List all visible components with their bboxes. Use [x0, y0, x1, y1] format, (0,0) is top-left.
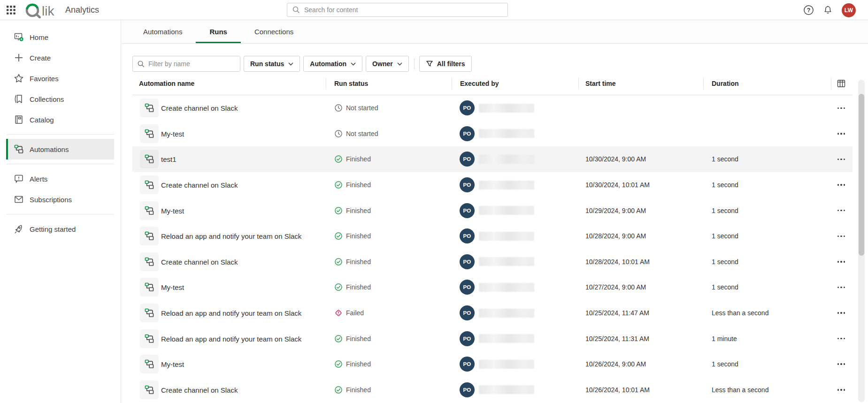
clock-icon	[334, 129, 343, 138]
redacted-username	[479, 309, 534, 318]
table-row[interactable]: My-test Finished PO	[132, 351, 853, 377]
top-bar: lik Analytics ? LW	[0, 0, 868, 20]
owner-dropdown[interactable]: Owner	[366, 56, 409, 72]
automation-flow-icon	[140, 150, 159, 168]
automation-name: Reload an app and notify your team on Sl…	[161, 232, 301, 240]
table-row[interactable]: Create channel on Slack Finished	[132, 377, 853, 403]
avatar: PO	[460, 382, 475, 397]
redacted-username	[479, 104, 534, 113]
user-avatar[interactable]: LW	[842, 3, 856, 17]
search-input[interactable]	[304, 6, 507, 14]
table-row[interactable]: Reload an app and notify your team on Sl…	[132, 326, 853, 351]
row-menu-button[interactable]	[832, 127, 850, 140]
table-row[interactable]: test1 Finished PO	[132, 146, 853, 172]
table-row[interactable]: Reload an app and notify your team on Sl…	[132, 223, 853, 249]
table-row[interactable]: My-test Finished PO	[132, 274, 853, 300]
sidebar-item-catalog[interactable]: Catalog	[6, 109, 114, 130]
row-menu-button[interactable]	[832, 306, 850, 319]
column-picker-icon[interactable]	[835, 77, 848, 90]
sidebar-item-automations[interactable]: Automations	[6, 139, 114, 160]
row-menu-button[interactable]	[832, 204, 850, 217]
start-time: 10/25/2024, 11:47 AM	[585, 309, 649, 317]
row-menu-button[interactable]	[832, 178, 850, 191]
table-row[interactable]: Create channel on Slack Finished	[132, 172, 853, 198]
run-status-label: Finished	[346, 283, 371, 291]
qlik-logo[interactable]: lik	[24, 2, 62, 19]
run-status-label: Finished	[346, 232, 371, 240]
row-menu-button[interactable]	[832, 229, 850, 243]
app-launcher-icon[interactable]	[7, 6, 16, 15]
start-time: 10/26/2024, 10:01 AM	[585, 386, 650, 394]
executed-by-cell: PO	[460, 126, 534, 141]
run-status-dropdown[interactable]: Run status	[244, 56, 300, 72]
automation-flow-icon	[140, 278, 159, 297]
automation-name: My-test	[161, 206, 184, 214]
table-row[interactable]: Create channel on Slack Not started	[132, 95, 853, 121]
column-divider	[831, 77, 831, 90]
automation-name: My-test	[161, 129, 184, 137]
help-icon[interactable]: ?	[803, 5, 814, 15]
sidebar-item-alerts[interactable]: Alerts	[6, 168, 114, 189]
start-time: 10/29/2024, 9:00 AM	[585, 207, 646, 214]
redacted-username	[479, 232, 534, 241]
duration: 1 second	[712, 181, 738, 189]
tab-runs[interactable]: Runs	[196, 20, 241, 43]
sidebar-divider	[7, 134, 114, 135]
run-status-cell: Finished	[334, 335, 371, 343]
table-row[interactable]: My-test Not started PO	[132, 121, 853, 147]
executed-by-cell: PO	[460, 382, 534, 397]
column-header-automation-name[interactable]: Automation name	[139, 80, 194, 87]
row-menu-button[interactable]	[832, 383, 850, 396]
sidebar-item-favorites[interactable]: Favorites	[6, 68, 114, 89]
run-status-cell: Finished	[334, 181, 371, 189]
row-menu-button[interactable]	[832, 281, 850, 294]
run-status-cell: Finished	[334, 206, 371, 215]
tab-automations[interactable]: Automations	[130, 20, 196, 43]
vertical-scrollbar[interactable]	[858, 80, 865, 402]
automation-name: My-test	[161, 360, 184, 368]
alert-bubble-icon	[13, 173, 24, 184]
row-menu-button[interactable]	[832, 152, 850, 166]
start-time: 10/25/2024, 11:31 AM	[585, 335, 649, 342]
global-search[interactable]	[287, 3, 508, 17]
automation-name: Create channel on Slack	[161, 258, 238, 266]
table-row[interactable]: Reload an app and notify your team on Sl…	[132, 300, 853, 326]
check-circle-icon	[334, 206, 343, 215]
sidebar-item-subscriptions[interactable]: Subscriptions	[6, 189, 114, 210]
start-time: 10/27/2024, 9:00 AM	[585, 283, 646, 291]
table-row[interactable]: My-test Finished PO	[132, 198, 853, 223]
run-status-label: Finished	[346, 386, 371, 394]
executed-by-cell: PO	[460, 357, 534, 372]
home-icon	[13, 31, 24, 43]
row-menu-button[interactable]	[832, 357, 850, 371]
sidebar-item-collections[interactable]: Collections	[6, 89, 114, 109]
filter-name-input[interactable]	[148, 60, 240, 68]
sidebar-item-home[interactable]: Home	[6, 27, 114, 47]
all-filters-button[interactable]: All filters	[419, 56, 472, 72]
column-header-run-status[interactable]: Run status	[334, 80, 368, 87]
tab-connections[interactable]: Connections	[241, 20, 307, 43]
sidebar-divider	[7, 214, 114, 214]
scrollbar-thumb[interactable]	[859, 94, 864, 256]
run-status-label: Finished	[346, 155, 371, 163]
duration: 1 second	[712, 232, 738, 240]
sidebar-item-getting-started[interactable]: Getting started	[6, 219, 114, 239]
row-menu-button[interactable]	[832, 255, 850, 268]
avatar: PO	[460, 305, 475, 320]
start-time: 10/30/2024, 10:01 AM	[585, 181, 650, 189]
row-menu-button[interactable]	[832, 332, 850, 345]
filter-by-name-field[interactable]	[132, 56, 240, 72]
run-status-cell: Not started	[334, 129, 378, 138]
chevron-down-icon	[397, 62, 402, 66]
notifications-bell-icon[interactable]	[822, 5, 833, 15]
chevron-down-icon	[351, 62, 356, 66]
automation-dropdown[interactable]: Automation	[303, 56, 362, 72]
start-time: 10/28/2024, 9:00 AM	[585, 232, 646, 240]
column-header-start-time[interactable]: Start time	[585, 80, 616, 87]
row-menu-button[interactable]	[832, 101, 850, 114]
column-header-duration[interactable]: Duration	[712, 80, 739, 87]
sidebar-item-create[interactable]: Create	[6, 47, 114, 68]
column-header-executed-by[interactable]: Executed by	[460, 80, 499, 87]
table-row[interactable]: Create channel on Slack Finished	[132, 249, 853, 275]
run-status-cell: Finished	[334, 360, 371, 368]
